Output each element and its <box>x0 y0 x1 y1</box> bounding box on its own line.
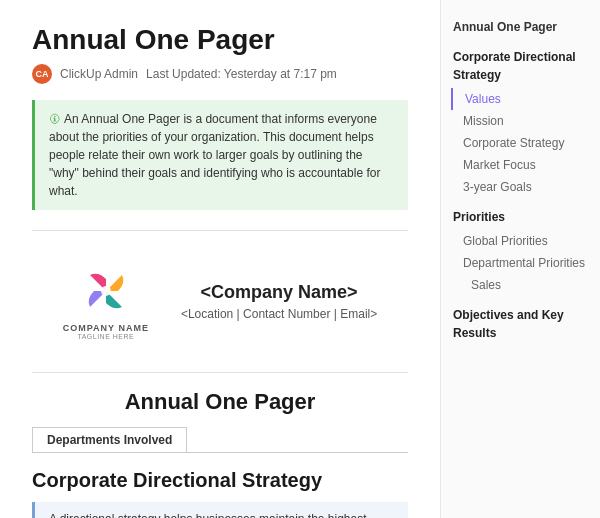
toc-item[interactable]: Departmental Priorities <box>453 252 588 274</box>
departments-bar: Departments Involved <box>32 427 408 453</box>
toc-item[interactable]: 3-year Goals <box>453 176 588 198</box>
svg-point-1 <box>101 286 111 296</box>
updated-label: Last Updated: Yesterday at 7:17 pm <box>146 67 337 81</box>
corporate-title: Corporate Directional Strategy <box>32 469 408 492</box>
toc-item[interactable]: Corporate Strategy <box>453 132 588 154</box>
divider-2 <box>32 372 408 373</box>
page-title: Annual One Pager <box>32 24 408 56</box>
logo-area: COMPANY NAME TAGLINE HERE <box>63 263 149 340</box>
toc-item[interactable]: Global Priorities <box>453 230 588 252</box>
company-section: COMPANY NAME TAGLINE HERE <Company Name>… <box>32 247 408 356</box>
info-box-text: An Annual One Pager is a document that i… <box>49 112 380 198</box>
toc-item[interactable]: Corporate Directional Strategy <box>453 46 588 86</box>
main-content: Annual One Pager CA ClickUp Admin Last U… <box>0 0 440 518</box>
toc-item[interactable]: Values <box>451 88 588 110</box>
info-box: 🛈An Annual One Pager is a document that … <box>32 100 408 210</box>
toc-item[interactable]: Sales <box>453 274 588 296</box>
info-icon: 🛈 <box>49 111 60 128</box>
toc-item[interactable]: Mission <box>453 110 588 132</box>
logo-sub: TAGLINE HERE <box>77 333 134 340</box>
annual-one-pager-title: Annual One Pager <box>32 389 408 415</box>
company-details: <Location | Contact Number | Email> <box>181 307 377 321</box>
toc-item[interactable]: Market Focus <box>453 154 588 176</box>
departments-tab[interactable]: Departments Involved <box>32 427 187 452</box>
avatar: CA <box>32 64 52 84</box>
directional-box: A directional strategy helps businesses … <box>32 502 408 518</box>
sidebar-toc: Annual One PagerCorporate Directional St… <box>440 0 600 518</box>
company-info: <Company Name> <Location | Contact Numbe… <box>181 282 377 321</box>
toc-item[interactable]: Priorities <box>453 206 588 228</box>
company-name: <Company Name> <box>181 282 377 303</box>
logo-label: COMPANY NAME <box>63 323 149 333</box>
toc-item[interactable]: Objectives and Key Results <box>453 304 588 344</box>
divider-1 <box>32 230 408 231</box>
directional-desc1: A directional strategy helps businesses … <box>49 510 394 518</box>
meta-row: CA ClickUp Admin Last Updated: Yesterday… <box>32 64 408 84</box>
toc-item[interactable]: Annual One Pager <box>453 16 588 38</box>
author-label: ClickUp Admin <box>60 67 138 81</box>
company-logo <box>78 263 134 319</box>
